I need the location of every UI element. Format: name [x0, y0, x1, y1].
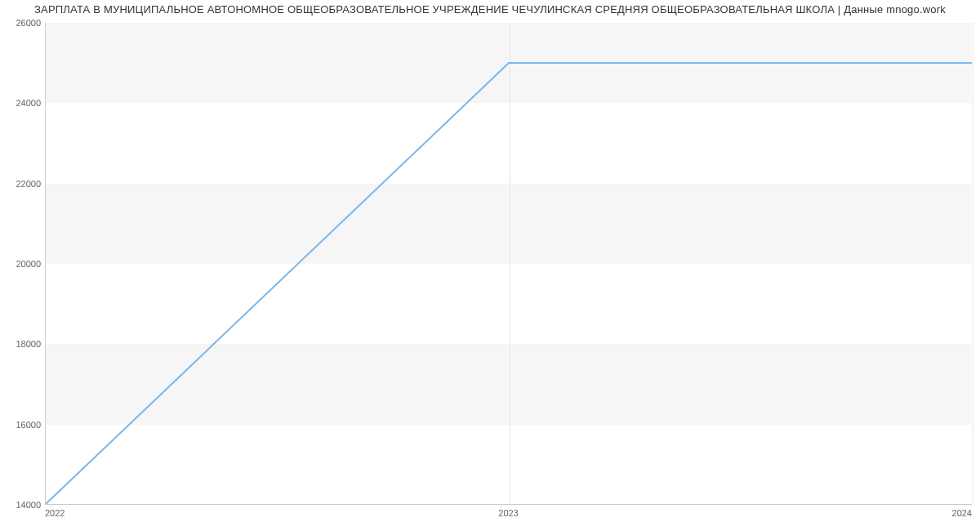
- chart-title: ЗАРПЛАТА В МУНИЦИПАЛЬНОЕ АВТОНОМНОЕ ОБЩЕ…: [0, 3, 980, 16]
- x-tick-label: 2023: [498, 508, 518, 518]
- line-layer: [46, 23, 972, 504]
- y-tick-label: 20000: [8, 259, 41, 269]
- series-line: [46, 63, 972, 504]
- y-tick-label: 16000: [8, 420, 41, 430]
- y-tick-label: 14000: [8, 500, 41, 510]
- y-tick-label: 26000: [8, 18, 41, 28]
- x-tick-label: 2022: [45, 508, 65, 518]
- x-tick-label: 2024: [952, 508, 972, 518]
- gridline-x: [973, 23, 973, 504]
- plot-area: [45, 23, 972, 505]
- y-tick-label: 22000: [8, 179, 41, 189]
- y-tick-label: 18000: [8, 339, 41, 349]
- y-tick-label: 24000: [8, 98, 41, 108]
- chart-container: ЗАРПЛАТА В МУНИЦИПАЛЬНОЕ АВТОНОМНОЕ ОБЩЕ…: [0, 0, 980, 531]
